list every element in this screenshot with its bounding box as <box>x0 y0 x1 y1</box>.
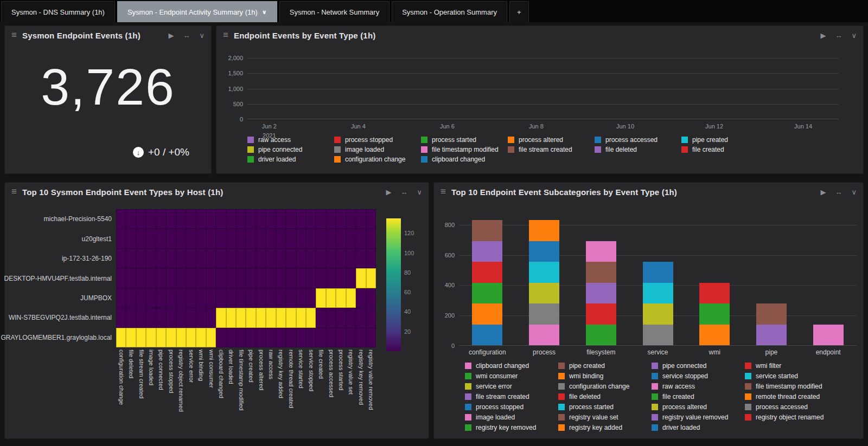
play-icon[interactable]: ▶ <box>820 188 826 196</box>
heatmap-row-label: JUMPBOX <box>80 294 112 302</box>
legend-item[interactable]: file timestamp modified <box>421 146 508 153</box>
legend-item[interactable]: file deleted <box>595 146 681 153</box>
heatmap-cell <box>136 308 146 327</box>
play-icon[interactable]: ▶ <box>168 31 174 40</box>
resize-horizontal-icon[interactable]: ↔ <box>400 188 407 196</box>
dashboard-tab[interactable]: Sysmon - Operation Summary <box>392 1 507 22</box>
legend-item[interactable]: wmi filter <box>745 362 838 370</box>
heatmap-cell <box>276 229 286 248</box>
heatmap-cell <box>296 229 306 248</box>
dashboard-tab[interactable]: Sysmon - Endpoint Activity Summary (1h)∨ <box>117 1 277 22</box>
dashboard-tab[interactable]: Sysmon - Network Summary <box>279 1 390 22</box>
legend-item[interactable]: wmi consumer <box>465 372 558 380</box>
chevron-down-icon[interactable]: ∨ <box>417 188 422 196</box>
legend-swatch-icon <box>745 363 751 369</box>
legend-item[interactable]: process started <box>421 136 508 144</box>
legend-item[interactable]: process accessed <box>595 136 681 144</box>
resize-horizontal-icon[interactable]: ↔ <box>183 31 190 40</box>
heatmap-cell <box>306 229 316 248</box>
legend-item[interactable]: registry key removed <box>465 424 558 431</box>
heatmap-cell <box>356 268 366 288</box>
bar-slot <box>743 217 800 345</box>
legend-item[interactable]: pipe connected <box>652 362 745 370</box>
legend-item[interactable]: service error <box>465 383 558 390</box>
chevron-down-icon[interactable]: ∨ <box>851 188 857 196</box>
panel-title[interactable]: Top 10 Endpoint Event Subcategories by E… <box>451 188 677 197</box>
legend-item[interactable]: process accessed <box>745 403 838 411</box>
legend-item[interactable]: file created <box>652 393 745 400</box>
dashboard-tab[interactable]: Sysmon - DNS Summary (1h) <box>1 1 115 22</box>
heatmap-row-label: michael-Precision-5540 <box>44 215 112 223</box>
panel-drag-handle-icon[interactable]: ≡ <box>223 30 228 41</box>
legend-item[interactable]: registry value removed <box>652 413 745 421</box>
play-icon[interactable]: ▶ <box>820 31 826 40</box>
legend-item[interactable]: service stopped <box>652 372 745 380</box>
legend-item[interactable]: configuration change <box>334 156 421 163</box>
panel-title[interactable]: Top 10 Sysmon Endpoint Event Types by Ho… <box>22 188 224 197</box>
chevron-down-icon[interactable]: ∨ <box>199 31 205 40</box>
legend-item[interactable]: registry object renamed <box>745 413 838 421</box>
legend-item[interactable]: image loaded <box>334 146 421 153</box>
bar-segment <box>586 325 616 345</box>
legend-item[interactable]: service started <box>745 372 838 380</box>
legend-item[interactable]: registry value set <box>558 413 652 421</box>
legend-item[interactable]: wmi binding <box>558 372 652 380</box>
legend-item[interactable]: file stream created <box>508 146 595 153</box>
resize-horizontal-icon[interactable]: ↔ <box>835 188 842 196</box>
bar-segment <box>529 220 559 241</box>
heatmap-column-label: file deleted <box>128 350 134 378</box>
heatmap-column-label: wmi consumer <box>208 350 214 388</box>
legend-item[interactable]: driver loaded <box>652 424 745 431</box>
legend-item[interactable]: clipboard changed <box>421 156 508 163</box>
panel-drag-handle-icon[interactable]: ≡ <box>11 30 17 41</box>
legend-item[interactable]: configuration change <box>558 383 652 390</box>
legend-item[interactable]: image loaded <box>465 413 558 421</box>
panel-drag-handle-icon[interactable]: ≡ <box>441 186 446 197</box>
legend-item[interactable]: file stream created <box>465 393 558 400</box>
panel-drag-handle-icon[interactable]: ≡ <box>11 186 17 197</box>
legend-item[interactable]: clipboard changed <box>465 362 558 370</box>
heatmap-cell <box>286 268 296 288</box>
heatmap-cell <box>166 328 176 347</box>
heatmap-cell <box>116 268 126 288</box>
legend-item[interactable]: process altered <box>652 403 745 411</box>
stacked-bar <box>756 303 787 345</box>
heatmap-cell <box>276 209 286 229</box>
x-axis-category-label: process <box>516 348 573 356</box>
legend-item[interactable]: file created <box>681 146 768 153</box>
chevron-down-icon: ∨ <box>262 9 267 16</box>
heatmap-cell <box>336 308 346 327</box>
legend-item[interactable]: process started <box>558 403 652 411</box>
legend-item[interactable]: file timestamp modified <box>745 383 838 390</box>
y-gridline <box>247 73 839 74</box>
heatmap-cell <box>256 209 266 229</box>
chevron-down-icon[interactable]: ∨ <box>851 31 857 40</box>
y-gridline <box>247 104 839 105</box>
legend-item[interactable]: process altered <box>508 136 595 144</box>
bar-segment <box>529 283 559 303</box>
panel-title[interactable]: Sysmon Endpoint Events (1h) <box>22 31 141 40</box>
legend-item[interactable]: process stopped <box>334 136 421 144</box>
heatmap-row-label: GRAYLOGMEMBER1.grayloglab.local <box>1 334 112 341</box>
legend-item[interactable]: driver loaded <box>247 156 334 163</box>
legend-item[interactable]: raw access <box>247 136 334 144</box>
heatmap-cell <box>206 209 216 229</box>
legend-label: driver loaded <box>662 424 700 431</box>
legend-item[interactable]: raw access <box>652 383 745 390</box>
legend-item[interactable]: pipe created <box>558 362 652 370</box>
legend-item[interactable]: pipe connected <box>247 146 334 153</box>
bar-segment <box>472 220 502 241</box>
legend-item[interactable]: registry key added <box>558 424 652 431</box>
legend-label: image loaded <box>345 146 384 153</box>
resize-horizontal-icon[interactable]: ↔ <box>835 31 842 40</box>
legend-item[interactable]: remote thread created <box>745 393 838 400</box>
panel-title[interactable]: Endpoint Events by Event Type (1h) <box>234 31 376 40</box>
play-icon[interactable]: ▶ <box>386 188 391 196</box>
bar-segment <box>472 325 502 345</box>
legend-item[interactable]: file deleted <box>558 393 652 400</box>
legend-item[interactable]: pipe created <box>681 136 768 144</box>
x-axis-tick-label: Jun 4 <box>351 122 366 131</box>
add-tab-button[interactable]: + <box>509 1 529 22</box>
legend-item[interactable]: process stopped <box>465 403 558 411</box>
heatmap-cell <box>246 288 256 308</box>
